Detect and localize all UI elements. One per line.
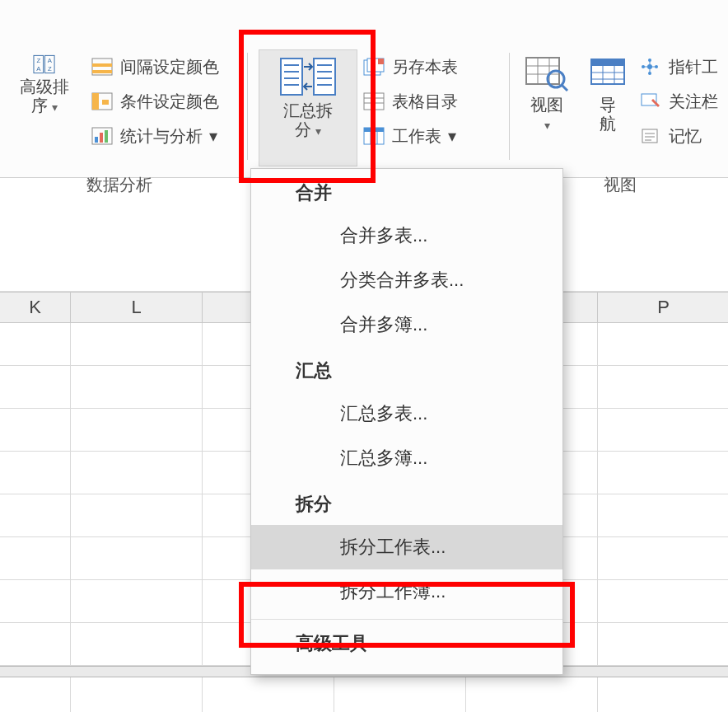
pointer-icon (639, 57, 662, 77)
svg-rect-14 (100, 133, 103, 143)
advanced-sort-label-l1: 高级排 (20, 77, 69, 96)
stats-icon (91, 126, 114, 146)
follow-cell-button[interactable]: 关注栏 (639, 84, 728, 119)
memory-label: 记忆 (669, 125, 702, 148)
menu-section-advanced: 高级工具 (251, 619, 562, 664)
advanced-sort-button[interactable]: Z A A Z 高级排序 ▾ (5, 49, 84, 166)
summary-split-button[interactable]: 汇总拆分 ▾ (259, 49, 357, 166)
svg-point-52 (642, 65, 645, 68)
svg-point-53 (655, 65, 658, 68)
svg-text:Z: Z (48, 65, 52, 73)
menu-section-merge: 合并 (251, 169, 562, 213)
summary-split-icon (279, 55, 337, 98)
svg-point-54 (648, 59, 651, 62)
condition-color-button[interactable]: 条件设定颜色 (91, 84, 239, 119)
worksheet-icon (362, 126, 385, 146)
column-header[interactable]: L (71, 292, 203, 323)
table-catalog-button[interactable]: 表格目录 (362, 84, 504, 119)
pointer-tool-label: 指针工 (669, 56, 718, 78)
svg-rect-7 (92, 63, 112, 67)
condition-color-label: 条件设定颜色 (120, 91, 219, 113)
worksheet-button[interactable]: 工作表 ▾ (362, 119, 504, 153)
save-copy-label: 另存本表 (392, 56, 458, 78)
nav-label-l2: 航 (600, 115, 616, 133)
worksheet-label: 工作表 (392, 125, 441, 148)
summary-split-label-l2: 分 (295, 120, 311, 138)
svg-rect-28 (378, 59, 384, 64)
chevron-down-icon: ▾ (52, 101, 58, 114)
chevron-down-icon: ▾ (544, 119, 550, 132)
nav-button[interactable]: 导航 (581, 49, 634, 166)
svg-line-42 (562, 85, 567, 91)
svg-rect-8 (92, 70, 112, 73)
svg-rect-15 (105, 130, 108, 143)
table-catalog-label: 表格目录 (392, 91, 458, 113)
menu-merge-multi-workbook[interactable]: 合并多簿... (251, 302, 562, 347)
svg-rect-57 (642, 129, 657, 143)
svg-text:A: A (36, 65, 41, 73)
save-copy-icon (362, 57, 385, 77)
view-button[interactable]: 视图▾ (516, 49, 578, 166)
pointer-tool-button[interactable]: 指针工 (639, 49, 728, 84)
ribbon-toolbar: Z A A Z 高级排序 ▾ 间隔设定颜色 (0, 0, 728, 178)
follow-cell-icon (639, 91, 662, 111)
ribbon-separator (509, 53, 510, 160)
menu-summary-multi-workbook[interactable]: 汇总多簿... (251, 436, 562, 480)
ribbon-group-label-data: 数据分析 (0, 174, 239, 196)
svg-rect-44 (591, 59, 624, 66)
menu-summary-multi-sheet[interactable]: 汇总多表... (251, 391, 562, 436)
chevron-down-icon: ▾ (209, 126, 217, 146)
view-label: 视图 (530, 96, 563, 114)
svg-rect-11 (102, 100, 109, 105)
svg-point-55 (648, 72, 651, 75)
table-catalog-icon (362, 91, 385, 111)
svg-rect-56 (642, 94, 656, 105)
menu-section-summary: 汇总 (251, 347, 562, 391)
ribbon-group-view: 视图▾ 导航 指针工 关注栏 (512, 49, 728, 173)
summary-split-label-l1: 汇总拆 (283, 101, 333, 119)
column-header[interactable]: K (0, 292, 71, 323)
save-copy-button[interactable]: 另存本表 (362, 49, 504, 84)
stats-analysis-button[interactable]: 统计与分析 ▾ (91, 119, 239, 153)
svg-text:Z: Z (36, 57, 40, 64)
advanced-sort-label-l2: 序 (31, 96, 48, 115)
menu-merge-multi-sheet[interactable]: 合并多表... (251, 213, 562, 258)
chevron-down-icon: ▾ (448, 126, 456, 146)
interval-color-button[interactable]: 间隔设定颜色 (91, 49, 239, 84)
memory-icon (639, 126, 662, 146)
chevron-down-icon: ▾ (315, 124, 321, 138)
menu-split-worksheet[interactable]: 拆分工作表... (251, 525, 562, 569)
svg-rect-21 (314, 59, 335, 95)
column-header[interactable]: P (598, 292, 728, 323)
interval-color-label: 间隔设定颜色 (120, 56, 219, 78)
ribbon-group-data-analysis: Z A A Z 高级排序 ▾ 间隔设定颜色 (0, 49, 239, 173)
stats-analysis-label: 统计与分析 (120, 125, 203, 148)
nav-icon (588, 54, 628, 92)
menu-split-workbook[interactable]: 拆分工作簿... (251, 569, 562, 614)
menu-merge-by-category[interactable]: 分类合并多表... (251, 258, 562, 302)
svg-text:A: A (48, 57, 53, 64)
menu-section-split: 拆分 (251, 480, 562, 525)
svg-rect-13 (95, 137, 98, 143)
sort-icon: Z A A Z (33, 54, 56, 74)
ribbon-separator (247, 53, 248, 160)
svg-rect-10 (92, 93, 99, 110)
view-icon (525, 54, 569, 92)
svg-rect-29 (364, 93, 384, 110)
interval-color-icon (91, 57, 114, 77)
nav-label-l1: 导 (600, 96, 616, 114)
svg-rect-33 (364, 128, 384, 132)
follow-cell-label: 关注栏 (669, 91, 718, 113)
memory-button[interactable]: 记忆 (639, 119, 728, 153)
svg-rect-16 (281, 59, 302, 95)
condition-color-icon (91, 91, 114, 111)
summary-split-dropdown: 合并 合并多表... 分类合并多表... 合并多簿... 汇总 汇总多表... … (250, 168, 563, 675)
